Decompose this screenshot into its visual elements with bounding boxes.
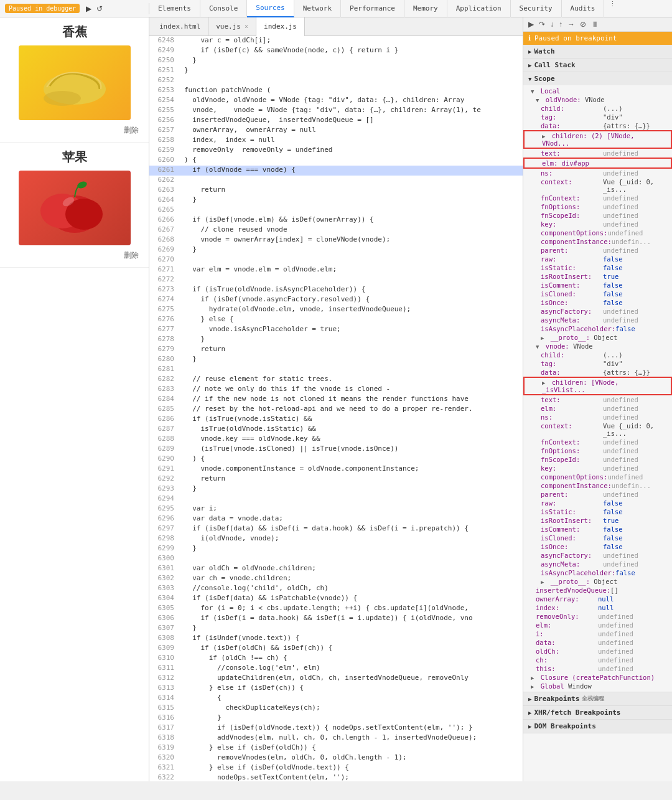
tab-network[interactable]: Network <box>294 0 341 17</box>
step-button[interactable]: → <box>565 19 577 30</box>
line-number: 6298 <box>149 534 179 544</box>
dom-breakpoints-header[interactable]: ▶ DOM Breakpoints <box>523 720 672 733</box>
banana-delete-button[interactable]: 删除 <box>10 125 139 136</box>
data-local-val: undefined <box>598 639 633 646</box>
local-group[interactable]: ▼ Local <box>523 87 672 95</box>
line-code: } <box>179 713 523 723</box>
line-number: 6302 <box>149 574 179 584</box>
index-key: index: <box>536 604 598 611</box>
line-code: vnode.isAsyncPlaceholder = true; <box>179 325 523 335</box>
code-line-6306: 6306 if (isDef(i = data.hook) && isDef(i… <box>149 614 523 624</box>
ownerArray-val: null <box>598 595 614 603</box>
tab-application[interactable]: Application <box>447 0 511 17</box>
line-number: 6276 <box>149 315 179 325</box>
oldvnode-group[interactable]: ▼ oldVnode: VNode <box>523 95 672 104</box>
tab-performance[interactable]: Performance <box>341 0 404 17</box>
line-number: 6256 <box>149 116 179 126</box>
line-number: 6292 <box>149 474 179 484</box>
line-code: return <box>179 474 523 484</box>
code-line-6249: 6249 if (isDef(c) && sameVnode(node, c))… <box>149 46 523 56</box>
vnode-data-val: {attrs: {…}} <box>603 369 650 376</box>
watch-section-header[interactable]: ▶ Watch <box>523 45 672 58</box>
key-val: undefined <box>603 220 638 228</box>
file-tab-index-html[interactable]: index.html <box>152 17 208 36</box>
vnode-parent-item: parent: undefined <box>523 490 672 499</box>
vnode-fnContext-val: undefined <box>603 438 638 446</box>
more-tabs-button[interactable]: ⋮ <box>604 0 621 17</box>
code-line-6279: 6279 return <box>149 345 523 355</box>
line-number: 6250 <box>149 56 179 66</box>
line-number: 6315 <box>149 704 179 713</box>
children2-group[interactable]: ▶ children: [VNode, _isVList... <box>523 377 672 395</box>
code-line-6277: 6277 vnode.isAsyncPlaceholder = true; <box>149 325 523 335</box>
line-code: ownerArray, ownerArray = null <box>179 126 523 136</box>
step-over-button[interactable]: ↷ <box>536 19 548 30</box>
tab-elements[interactable]: Elements <box>149 0 200 17</box>
componentInstance-item: componentInstance: undefin... <box>523 237 672 246</box>
tab-security[interactable]: Security <box>511 0 562 17</box>
file-tab-vue-js[interactable]: vue.js × <box>208 17 256 36</box>
line-code: { <box>179 694 523 704</box>
raw-key: raw: <box>541 255 603 263</box>
code-line-6291: 6291 vnode.componentInstance = oldVnode.… <box>149 464 523 474</box>
ns-item: ns: undefined <box>523 169 672 177</box>
line-code: } <box>179 335 523 345</box>
line-number: 6296 <box>149 514 179 524</box>
vnode-group[interactable]: ▼ vnode: VNode <box>523 342 672 351</box>
children1-key: children: (2) [VNode, VNod... <box>542 132 635 147</box>
step-into-button[interactable]: ↓ <box>548 19 556 30</box>
file-tab-index-js[interactable]: index.js <box>256 17 305 36</box>
line-code: //console.log('child', oldCh, ch) <box>179 584 523 594</box>
removeOnly-item: removeOnly: undefined <box>523 612 672 621</box>
fnOptions-item: fnOptions: undefined <box>523 202 672 211</box>
line-code: } else if (isDef(oldCh)) { <box>179 743 523 753</box>
tab-sources[interactable]: Sources <box>247 0 294 17</box>
global-label: Global <box>541 682 564 690</box>
tab-console[interactable]: Console <box>200 0 247 17</box>
step-out-button[interactable]: ↑ <box>556 19 565 30</box>
pause-on-exceptions-button[interactable]: ⏸ <box>589 19 601 30</box>
proto1-group[interactable]: ▶ __proto__: Object <box>523 333 672 342</box>
oldCh-key: oldCh: <box>536 647 598 655</box>
line-code: if (isDef(data) && isPatchable(vnode)) { <box>179 594 523 604</box>
apple-delete-button[interactable]: 删除 <box>10 250 139 261</box>
call-stack-section-header[interactable]: ▶ Call Stack <box>523 59 672 72</box>
proto2-val: Object <box>594 578 617 585</box>
scope-section-header[interactable]: ▼ Scope <box>523 72 672 85</box>
componentInstance-key: componentInstance: <box>541 238 612 245</box>
breakpoints-section-header[interactable]: ▶ Breakpoints 全栈编程 <box>523 692 672 705</box>
closure-group[interactable]: ▶ Closure (createPatchFunction) <box>523 673 672 682</box>
componentInstance-val: undefin... <box>612 238 651 245</box>
child-val: (...) <box>603 105 623 112</box>
line-number: 6258 <box>149 136 179 146</box>
code-area[interactable]: 6248 var c = oldCh[i];6249 if (isDef(c) … <box>149 36 523 781</box>
vnode-child-key: child: <box>541 351 603 359</box>
watch-arrow-icon: ▶ <box>528 49 531 55</box>
resume-script-button[interactable]: ▶ <box>526 19 536 30</box>
code-line-6314: 6314 { <box>149 694 523 704</box>
elm-item: elm: div#app <box>523 158 672 169</box>
tag-val: "div" <box>603 113 623 121</box>
vnode-componentOptions-key: componentOptions: <box>541 473 607 481</box>
tab-memory[interactable]: Memory <box>404 0 447 17</box>
debugger-panel: ▶ ↷ ↓ ↑ → ⊘ ⏸ ℹ Paused on breakpoint ▶ W… <box>523 17 672 781</box>
line-number: 6300 <box>149 554 179 564</box>
line-code: // if the new node is not cloned it mean… <box>179 395 523 405</box>
deactivate-breakpoints-button[interactable]: ⊘ <box>577 19 589 30</box>
xhr-breakpoints-header[interactable]: ▶ XHR/fetch Breakpoints <box>523 706 672 719</box>
child-key: child: <box>541 105 603 112</box>
proto2-group[interactable]: ▶ __proto__: Object <box>523 577 672 586</box>
global-group[interactable]: ▶ Global Window <box>523 682 672 690</box>
vnode-data-item: data: {attrs: {…}} <box>523 368 672 377</box>
data-local-item: data: undefined <box>523 638 672 647</box>
close-vue-js-icon[interactable]: × <box>245 23 248 30</box>
step-over-button[interactable]: ↺ <box>94 3 105 14</box>
line-number: 6273 <box>149 285 179 295</box>
children1-group[interactable]: ▶ children: (2) [VNode, VNod... <box>523 130 672 149</box>
resume-button[interactable]: ▶ <box>83 3 94 14</box>
tab-audits[interactable]: Audits <box>562 0 605 17</box>
line-number: 6303 <box>149 584 179 594</box>
code-line-6304: 6304 if (isDef(data) && isPatchable(vnod… <box>149 594 523 604</box>
isCloned-item: isCloned: false <box>523 289 672 298</box>
line-code: if (isDef(c) && sameVnode(node, c)) { re… <box>179 46 523 56</box>
